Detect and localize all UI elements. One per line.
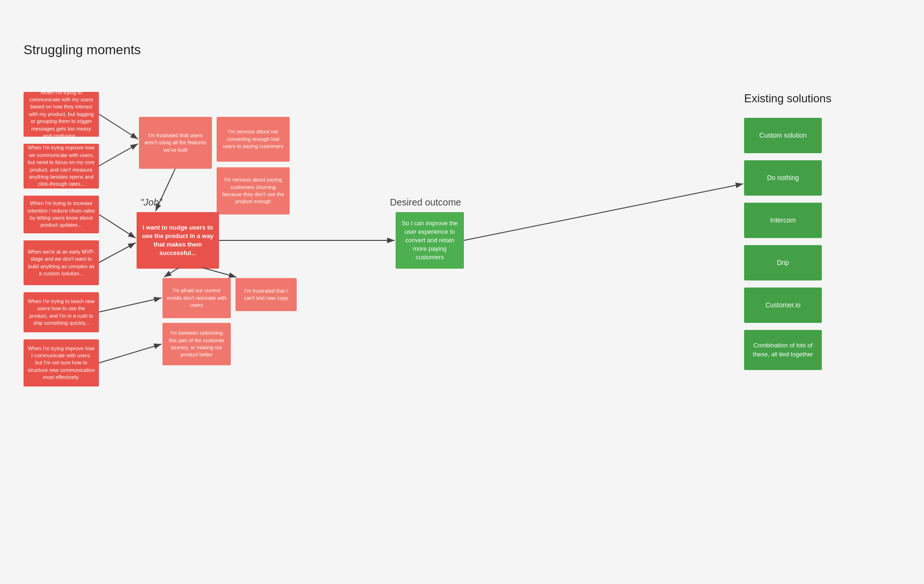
pain-card-2: I'm nervous about not converting enough …	[217, 117, 290, 162]
arrow-s5	[99, 298, 162, 312]
struggling-card-3: When I'm trying to increase retention / …	[24, 196, 99, 233]
job-card: I want to nudge users to use the product…	[137, 212, 219, 269]
page-title: Struggling moments	[24, 42, 141, 58]
frustration-card-2: I'm frustrated that I can't test new cop…	[235, 278, 297, 311]
arrow-s6	[99, 344, 162, 363]
arrow-s3	[99, 214, 136, 238]
arrow-s2	[99, 144, 138, 166]
desired-label: Desired outcome	[390, 197, 461, 208]
arrow-job-f1	[164, 268, 179, 277]
solution-combination: Combination of lots of these, all tied t…	[744, 330, 822, 370]
struggling-card-1: When I'm trying to communicate with my u…	[24, 92, 99, 137]
job-label: "Job"	[140, 197, 162, 208]
pain-card-1: I'm frustrated that users aren't using a…	[139, 117, 212, 169]
desired-card: So I can improve the user experience to …	[396, 212, 464, 269]
solution-custom: Custom solution	[744, 118, 822, 153]
solution-intercom: Intercom	[744, 203, 822, 238]
arrow-job-f2	[203, 268, 236, 277]
frustration-card-1: I'm afraid our current emails don't reso…	[162, 278, 231, 318]
struggling-card-6: When I'm trying improve how I communicat…	[24, 339, 99, 387]
arrow-desired-solutions	[464, 184, 743, 240]
arrow-s4	[99, 243, 136, 263]
solution-drip: Drip	[744, 245, 822, 280]
solution-donothing: Do nothing	[744, 160, 822, 196]
frustration-card-3: I'm between optimizing this part of the …	[162, 323, 231, 365]
solution-customerio: Customer.io	[744, 288, 822, 323]
struggling-card-2: When I'm trying improve how we communica…	[24, 144, 99, 189]
existing-solutions-title: Existing solutions	[744, 92, 831, 105]
struggling-card-4: When we're at an early MVP-stage and we …	[24, 240, 99, 285]
struggling-card-5: When I'm trying to teach new users how t…	[24, 292, 99, 332]
pain-card-3: I'm nervous about paying customers churn…	[217, 167, 290, 214]
arrow-s1	[99, 114, 138, 139]
